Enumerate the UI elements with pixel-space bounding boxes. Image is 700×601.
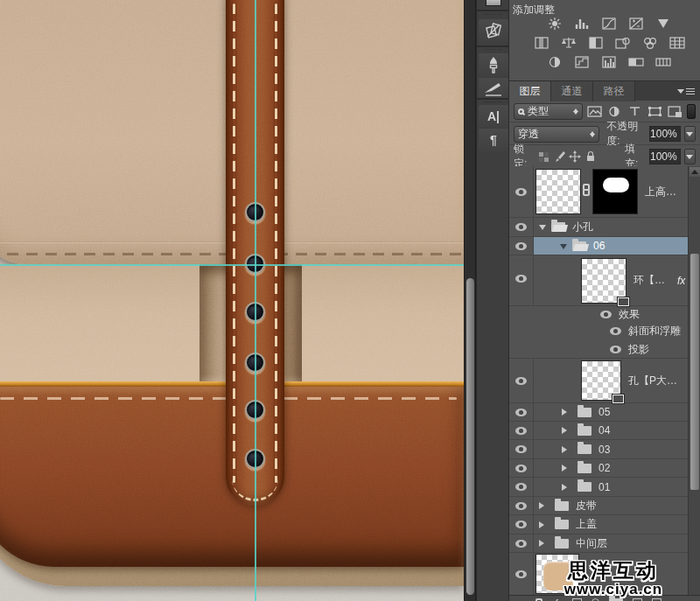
- group-name[interactable]: 中间层: [576, 536, 607, 551]
- document-canvas[interactable]: [0, 0, 464, 601]
- threshold-icon[interactable]: [599, 55, 619, 69]
- mask-link-icon[interactable]: [583, 184, 591, 199]
- group-row[interactable]: 01: [509, 478, 688, 497]
- dock-grip[interactable]: [484, 101, 503, 104]
- channel-mixer-icon[interactable]: [640, 36, 660, 50]
- group-row[interactable]: 04: [509, 422, 688, 440]
- lock-transparency-icon[interactable]: [538, 150, 550, 163]
- layers-scrollbar-thumb[interactable]: [690, 254, 699, 490]
- layer-name[interactable]: 上高…: [645, 185, 676, 199]
- paragraph-panel-icon[interactable]: ¶: [479, 129, 508, 151]
- lock-paint-icon[interactable]: [553, 150, 565, 163]
- visibility-toggle[interactable]: [509, 218, 534, 236]
- layer-thumbnail[interactable]: [581, 258, 626, 304]
- eye-icon[interactable]: [610, 346, 621, 353]
- tab-layers[interactable]: 图层: [509, 81, 551, 101]
- group-name[interactable]: 上盖: [576, 517, 597, 532]
- hue-saturation-icon[interactable]: [532, 36, 551, 50]
- blend-mode-dropdown[interactable]: 穿透: [514, 126, 599, 143]
- adjustment-layer-filter-button[interactable]: [606, 104, 623, 119]
- group-name[interactable]: 01: [598, 481, 610, 493]
- group-name[interactable]: 04: [598, 424, 610, 437]
- visibility-toggle[interactable]: [509, 422, 534, 439]
- visibility-toggle[interactable]: [509, 166, 534, 217]
- layer-name[interactable]: 孔【P大…: [628, 374, 677, 388]
- group-row[interactable]: 小孔: [509, 218, 688, 237]
- group-row-selected[interactable]: 06: [509, 237, 688, 255]
- fill-value[interactable]: 100%: [649, 149, 681, 164]
- group-name[interactable]: 02: [598, 462, 610, 474]
- group-name[interactable]: 03: [598, 444, 610, 456]
- group-name[interactable]: 小孔: [572, 220, 593, 234]
- color-balance-icon[interactable]: [559, 36, 578, 50]
- group-row[interactable]: 03: [509, 440, 688, 459]
- scroll-up-button[interactable]: [690, 167, 700, 177]
- visibility-toggle[interactable]: [509, 497, 534, 514]
- group-row[interactable]: 皮带: [509, 497, 688, 515]
- group-row[interactable]: 上盖: [509, 515, 688, 535]
- opacity-value[interactable]: 100%: [649, 126, 681, 142]
- tab-paths[interactable]: 路径: [593, 81, 635, 101]
- tab-channels[interactable]: 通道: [551, 81, 593, 101]
- layer-row[interactable]: 孔【P大…: [509, 359, 688, 403]
- effects-header-label[interactable]: 效果: [619, 307, 640, 322]
- visibility-toggle[interactable]: [509, 359, 534, 402]
- group-row[interactable]: 中间层: [509, 535, 688, 553]
- group-name[interactable]: 皮带: [576, 499, 597, 514]
- layer-row[interactable]: 上高…: [509, 166, 688, 218]
- visibility-toggle[interactable]: [509, 403, 534, 421]
- disclosure-open-icon[interactable]: [539, 225, 546, 234]
- selective-color-icon[interactable]: [654, 55, 673, 69]
- effect-item-label[interactable]: 斜面和浮雕: [628, 324, 681, 339]
- exposure-icon[interactable]: [626, 17, 646, 31]
- posterize-icon[interactable]: [572, 55, 592, 69]
- panel-menu-button[interactable]: [677, 81, 695, 101]
- disclosure-closed-icon[interactable]: [562, 427, 570, 434]
- lock-all-icon[interactable]: [584, 150, 597, 163]
- curves-icon[interactable]: [599, 17, 619, 31]
- brush-panel-icon[interactable]: [479, 53, 508, 76]
- fx-badge[interactable]: fx: [677, 275, 685, 287]
- eye-icon[interactable]: [600, 311, 612, 318]
- effect-item-label[interactable]: 投影: [628, 342, 649, 357]
- gradient-map-icon[interactable]: [626, 55, 646, 69]
- group-row[interactable]: 05: [509, 403, 688, 422]
- visibility-toggle[interactable]: [509, 515, 534, 534]
- visibility-toggle[interactable]: [509, 459, 534, 477]
- dock-grip[interactable]: [484, 48, 503, 52]
- layer-mask-thumbnail[interactable]: [592, 169, 638, 214]
- canvas-vertical-scrollbar[interactable]: [464, 0, 476, 601]
- layer-row[interactable]: 环【… fx: [509, 255, 688, 306]
- opacity-dropdown-button[interactable]: [684, 126, 696, 142]
- filter-kind-dropdown[interactable]: 类型: [514, 103, 583, 120]
- clipped-panel-icon[interactable]: [486, 0, 501, 6]
- visibility-toggle[interactable]: [509, 440, 534, 458]
- clone-source-panel-icon[interactable]: [479, 19, 508, 42]
- disclosure-closed-icon[interactable]: [539, 502, 548, 509]
- vibrance-icon[interactable]: [654, 17, 673, 31]
- levels-icon[interactable]: [572, 17, 592, 31]
- visibility-toggle[interactable]: [509, 237, 534, 255]
- pixel-layer-filter-button[interactable]: [586, 104, 603, 119]
- layers-scrollbar[interactable]: [688, 166, 700, 595]
- effects-header-row[interactable]: 效果: [509, 306, 688, 322]
- brightness-contrast-icon[interactable]: [545, 17, 564, 31]
- eye-icon[interactable]: [610, 327, 621, 335]
- type-layer-filter-button[interactable]: [626, 104, 643, 119]
- filter-toggle-switch[interactable]: [687, 104, 696, 119]
- black-white-icon[interactable]: [586, 36, 606, 50]
- canvas-scrollbar-thumb[interactable]: [466, 278, 474, 595]
- visibility-toggle[interactable]: [509, 255, 534, 305]
- dock-grip[interactable]: [484, 13, 503, 17]
- guide-vertical[interactable]: [255, 0, 256, 601]
- photo-filter-icon[interactable]: [613, 36, 633, 50]
- character-panel-icon[interactable]: A|: [479, 105, 508, 128]
- lock-position-icon[interactable]: [569, 150, 581, 163]
- layer-thumbnail[interactable]: [536, 169, 581, 214]
- disclosure-open-icon[interactable]: [560, 244, 567, 253]
- color-lookup-icon[interactable]: [668, 36, 687, 50]
- guide-horizontal[interactable]: [0, 264, 464, 266]
- group-row[interactable]: 02: [509, 459, 688, 478]
- visibility-toggle[interactable]: [509, 478, 534, 496]
- fill-dropdown-button[interactable]: [684, 149, 696, 164]
